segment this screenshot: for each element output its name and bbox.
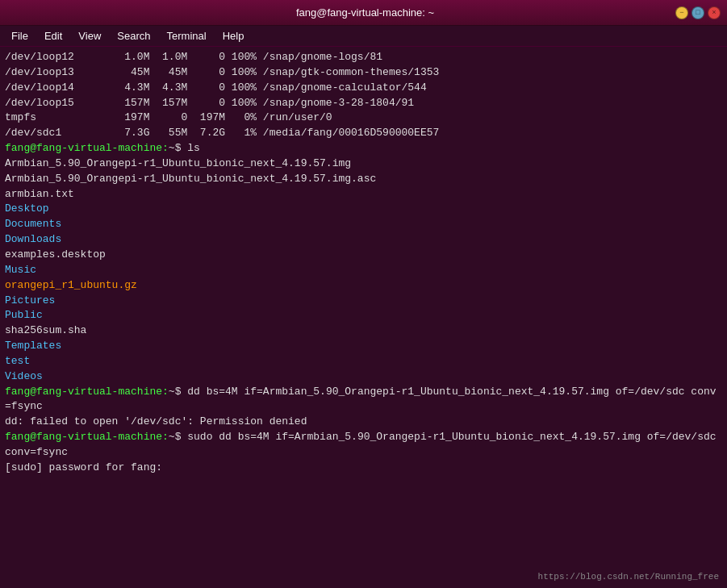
menu-item-search[interactable]: Search: [111, 28, 157, 44]
watermark: https://blog.csdn.net/Running_free: [538, 572, 719, 582]
terminal-line: fang@fang-virtual-machine:~$ dd bs=4M if…: [5, 385, 722, 415]
terminal-line: Desktop: [5, 202, 722, 217]
terminal-line: Public: [5, 308, 722, 323]
prompt-text: fang@fang-virtual-machine:: [5, 386, 169, 398]
terminal-line: Armbian_5.90_Orangepi-r1_Ubuntu_bionic_n…: [5, 172, 722, 187]
terminal-line: /dev/sdc1 7.3G 55M 7.2G 1% /media/fang/0…: [5, 126, 722, 141]
terminal-line: Templates: [5, 339, 722, 354]
titlebar: fang@fang-virtual-machine: ~ − □ ×: [0, 0, 727, 26]
prompt-text: fang@fang-virtual-machine:: [5, 142, 169, 154]
terminal-line: dd: failed to open '/dev/sdc': Permissio…: [5, 415, 722, 430]
terminal-line: Videos: [5, 369, 722, 385]
menubar: FileEditViewSearchTerminalHelp: [0, 26, 727, 47]
terminal-line: orangepi_r1_ubuntu.gz: [5, 278, 722, 294]
maximize-button[interactable]: □: [691, 6, 704, 19]
prompt-path: ~$: [169, 142, 187, 154]
menu-item-terminal[interactable]: Terminal: [161, 28, 213, 44]
terminal-line: [sudo] password for fang:: [5, 461, 722, 476]
terminal-line: fang@fang-virtual-machine:~$ ls: [5, 141, 722, 156]
command-text: ls: [187, 142, 200, 154]
terminal-line: Music: [5, 263, 722, 278]
terminal-line: test: [5, 354, 722, 369]
prompt-path: ~$: [169, 386, 187, 398]
terminal-line: Armbian_5.90_Orangepi-r1_Ubuntu_bionic_n…: [5, 156, 722, 172]
terminal-line: tmpfs 197M 0 197M 0% /run/user/0: [5, 111, 722, 126]
terminal-line: Pictures: [5, 294, 722, 309]
terminal-line: fang@fang-virtual-machine:~$ sudo dd bs=…: [5, 430, 722, 461]
terminal-line: Documents: [5, 217, 722, 232]
prompt-path: ~$: [169, 431, 187, 443]
close-button[interactable]: ×: [708, 6, 721, 19]
terminal-line: /dev/loop15 157M 157M 0 100% /snap/gnome…: [5, 96, 722, 111]
prompt-text: fang@fang-virtual-machine:: [5, 431, 169, 443]
terminal-line: /dev/loop14 4.3M 4.3M 0 100% /snap/gnome…: [5, 81, 722, 96]
minimize-button[interactable]: −: [675, 6, 688, 19]
menu-item-edit[interactable]: Edit: [38, 28, 69, 44]
terminal-line: /dev/loop13 45M 45M 0 100% /snap/gtk-com…: [5, 65, 722, 81]
terminal-line: examples.desktop: [5, 248, 722, 263]
terminal-line: sha256sum.sha: [5, 323, 722, 339]
terminal-line: /dev/loop12 1.0M 1.0M 0 100% /snap/gnome…: [5, 50, 722, 65]
terminal-line: armbian.txt: [5, 187, 722, 202]
menu-item-view[interactable]: View: [72, 28, 107, 44]
menu-item-file[interactable]: File: [5, 28, 35, 44]
terminal-line: Downloads: [5, 232, 722, 248]
terminal[interactable]: /dev/loop12 1.0M 1.0M 0 100% /snap/gnome…: [0, 47, 727, 588]
titlebar-controls: − □ ×: [675, 6, 721, 19]
titlebar-title: fang@fang-virtual-machine: ~: [55, 6, 675, 19]
menu-item-help[interactable]: Help: [216, 28, 251, 44]
